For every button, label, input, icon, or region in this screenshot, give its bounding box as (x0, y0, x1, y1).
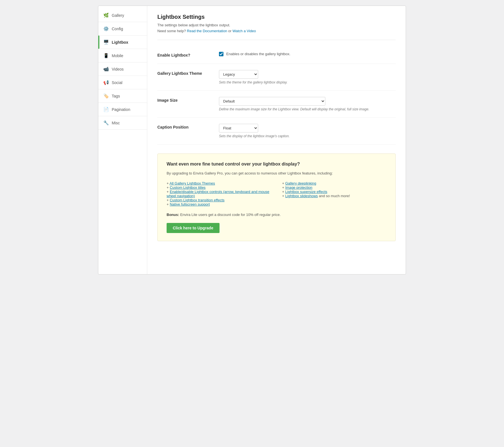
sidebar-label-config: Config (112, 27, 123, 31)
sidebar-item-videos[interactable]: 📹 Videos (98, 62, 147, 76)
enable-lightbox-control: Enables or disables the gallery lightbox… (219, 52, 396, 56)
enable-lightbox-row: Enable Lightbox? Enables or disables the… (157, 46, 396, 64)
sidebar: 🌿 Gallery ⚙️ Config 🖥️ Lightbox 📱 Mobile… (98, 6, 147, 274)
feature-link-3[interactable]: Enable/disable Lightbox controls (arrow,… (167, 190, 269, 198)
feature-item-5: + Native fullscreen support (167, 202, 271, 206)
sidebar-item-social[interactable]: 📢 Social (98, 76, 147, 89)
enable-lightbox-checkbox-wrap: Enables or disables the gallery lightbox… (219, 52, 396, 56)
feature-link-9[interactable]: Lightbox slideshows (285, 194, 318, 198)
image-size-control: Default Thumbnail Medium Large Full Size… (219, 97, 396, 111)
feature-link-6[interactable]: Gallery deeplinking (285, 181, 316, 185)
header-divider (157, 40, 396, 40)
help-or: or (228, 29, 232, 33)
sidebar-item-lightbox[interactable]: 🖥️ Lightbox (98, 36, 147, 49)
feature-item-9: + Lightbox slideshows and so much more! (282, 194, 387, 198)
sidebar-label-pagination: Pagination (112, 107, 130, 112)
sidebar-label-tags: Tags (112, 94, 120, 98)
misc-icon: 🔧 (103, 120, 109, 125)
feature-item-8: + Lightbox supersize effects (282, 190, 387, 194)
upgrade-button[interactable]: Click here to Upgrade (167, 223, 220, 233)
feature-link-7[interactable]: Image protection (285, 185, 312, 190)
gallery-theme-row: Gallery Lightbox Theme Legacy Dark Light… (157, 64, 396, 91)
feature-item-3: + Enable/disable Lightbox controls (arro… (167, 190, 271, 198)
sidebar-item-pagination[interactable]: 📄 Pagination (98, 103, 147, 116)
feature-item-1: + All Gallery Lightbox Themes (167, 181, 271, 185)
gallery-theme-desc: Sets the theme for the gallery lightbox … (219, 80, 396, 84)
gallery-theme-label: Gallery Lightbox Theme (157, 70, 219, 76)
features-left: + All Gallery Lightbox Themes + Custom L… (167, 181, 271, 206)
bonus-text: Bonus: Envira Lite users get a discount … (167, 212, 386, 218)
subtitle-text: The settings below adjust the lightbox o… (157, 23, 230, 27)
feature-link-5[interactable]: Native fullscreen support (170, 202, 210, 206)
sidebar-label-gallery: Gallery (112, 13, 124, 18)
caption-position-desc: Sets the display of the lightbox image's… (219, 134, 396, 138)
feature-item-2: + Custom Lightbox titles (167, 185, 271, 190)
upgrade-intro: By upgrading to Envira Gallery Pro, you … (167, 171, 386, 176)
sidebar-item-misc[interactable]: 🔧 Misc (98, 116, 147, 130)
sidebar-label-videos: Videos (112, 67, 124, 71)
image-size-label: Image Size (157, 97, 219, 103)
sidebar-label-mobile: Mobile (112, 53, 123, 58)
bonus-detail: Envira Lite users get a discount code fo… (180, 213, 281, 217)
bonus-label: Bonus: (167, 213, 179, 217)
sidebar-label-misc: Misc (112, 121, 120, 125)
sidebar-label-social: Social (112, 80, 122, 85)
feature-item-7: + Image protection (282, 185, 387, 190)
mobile-icon: 📱 (103, 53, 109, 58)
caption-position-select[interactable]: Float Below Above None (219, 124, 258, 132)
videos-icon: 📹 (103, 66, 109, 72)
read-documentation-link[interactable]: Read the Documentation (187, 29, 227, 33)
main-content: Lightbox Settings The settings below adj… (147, 6, 406, 274)
upgrade-box: Want even more fine tuned control over y… (157, 153, 396, 241)
social-icon: 📢 (103, 80, 109, 85)
features-right: + Gallery deeplinking + Image protection… (282, 181, 387, 206)
feature-link-1[interactable]: All Gallery Lightbox Themes (170, 181, 215, 185)
features-grid: + All Gallery Lightbox Themes + Custom L… (167, 181, 386, 206)
caption-position-label: Caption Position (157, 124, 219, 129)
image-size-row: Image Size Default Thumbnail Medium Larg… (157, 91, 396, 118)
enable-lightbox-label: Enable Lightbox? (157, 52, 219, 57)
upgrade-heading: Want even more fine tuned control over y… (167, 162, 386, 167)
tags-icon: 🏷️ (103, 93, 109, 99)
gallery-theme-control: Legacy Dark Light Classic Sets the theme… (219, 70, 396, 84)
caption-position-control: Float Below Above None Sets the display … (219, 124, 396, 138)
enable-lightbox-checkbox[interactable] (219, 52, 223, 56)
page-subtitle: The settings below adjust the lightbox o… (157, 22, 396, 34)
gallery-theme-select[interactable]: Legacy Dark Light Classic (219, 70, 258, 79)
app-container: 🌿 Gallery ⚙️ Config 🖥️ Lightbox 📱 Mobile… (98, 6, 406, 274)
watch-video-link[interactable]: Watch a Video (232, 29, 256, 33)
config-icon: ⚙️ (103, 26, 109, 31)
gallery-icon: 🌿 (103, 13, 109, 18)
feature-link-8[interactable]: Lightbox supersize effects (285, 190, 327, 194)
feature-item-4: + Custom Lightbox transition effects (167, 198, 271, 202)
help-prefix: Need some help? (157, 29, 186, 33)
caption-position-row: Caption Position Float Below Above None … (157, 118, 396, 145)
pagination-icon: 📄 (103, 107, 109, 112)
feature-link-2[interactable]: Custom Lightbox titles (170, 185, 206, 190)
sidebar-item-config[interactable]: ⚙️ Config (98, 22, 147, 36)
sidebar-item-tags[interactable]: 🏷️ Tags (98, 89, 147, 103)
image-size-desc: Define the maximum image size for the Li… (219, 107, 396, 111)
image-size-select[interactable]: Default Thumbnail Medium Large Full Size (219, 97, 325, 106)
feature-item-6: + Gallery deeplinking (282, 181, 387, 185)
feature-link-4[interactable]: Custom Lightbox transition effects (170, 198, 225, 202)
enable-lightbox-description: Enables or disables the gallery lightbox… (226, 52, 290, 56)
lightbox-icon: 🖥️ (103, 39, 109, 45)
sidebar-label-lightbox: Lightbox (112, 40, 128, 45)
feature-suffix-9: and so much more! (318, 194, 350, 198)
page-title: Lightbox Settings (157, 14, 396, 20)
sidebar-item-gallery[interactable]: 🌿 Gallery (98, 9, 147, 22)
sidebar-item-mobile[interactable]: 📱 Mobile (98, 49, 147, 62)
